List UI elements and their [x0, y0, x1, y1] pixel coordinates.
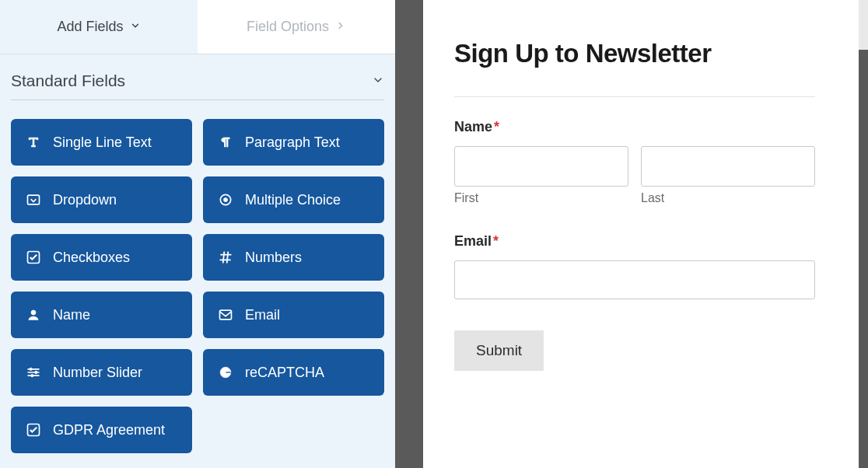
svg-point-6 [30, 368, 32, 370]
field-name[interactable]: Name [11, 292, 192, 338]
fields-grid: Single Line Text Paragraph Text Dropdown… [0, 100, 395, 464]
required-mark: * [493, 233, 499, 249]
field-paragraph-text[interactable]: Paragraph Text [203, 119, 384, 166]
required-mark: * [494, 119, 499, 134]
email-label-text: Email [454, 233, 492, 249]
svg-rect-5 [220, 310, 232, 320]
sidebar: Add Fields Field Options Standard Fields… [0, 0, 395, 468]
field-label: Name [53, 307, 90, 323]
field-label: Multiple Choice [245, 192, 341, 208]
right-edge-strip [859, 0, 868, 50]
field-label: Paragraph Text [245, 134, 340, 151]
hash-icon [217, 249, 234, 266]
tab-add-fields-label: Add Fields [57, 19, 123, 35]
form-title: Sign Up to Newsletter [454, 39, 815, 68]
field-label: Number Slider [53, 365, 142, 381]
name-label: Name* [454, 119, 815, 135]
field-dropdown[interactable]: Dropdown [11, 176, 192, 223]
paragraph-icon [217, 134, 234, 151]
svg-point-8 [31, 375, 33, 377]
dropdown-icon [25, 191, 42, 208]
email-input[interactable] [454, 260, 815, 299]
divider [454, 96, 815, 97]
field-number-slider[interactable]: Number Slider [11, 349, 192, 396]
svg-point-2 [224, 198, 228, 202]
field-label: Numbers [245, 250, 302, 266]
first-name-input[interactable] [454, 146, 628, 187]
sliders-icon [25, 364, 42, 381]
field-email[interactable]: Email [203, 292, 384, 338]
field-label: Dropdown [53, 192, 117, 208]
svg-point-4 [31, 310, 36, 315]
section-header-standard-fields[interactable]: Standard Fields [0, 54, 395, 100]
field-label: GDPR Agreement [53, 422, 165, 438]
google-icon [217, 364, 234, 381]
user-icon [25, 306, 42, 323]
text-icon [25, 134, 42, 151]
field-recaptcha[interactable]: reCAPTCHA [203, 349, 384, 396]
tab-field-options-label: Field Options [247, 19, 329, 35]
field-label: Email [245, 307, 280, 323]
last-name-input[interactable] [641, 146, 815, 187]
first-sublabel: First [454, 191, 628, 205]
field-label: Single Line Text [53, 134, 152, 151]
email-label: Email* [454, 233, 815, 250]
chevron-down-icon [130, 19, 141, 35]
checkbox-icon [25, 249, 42, 266]
tab-field-options[interactable]: Field Options [198, 0, 395, 54]
chevron-right-icon [335, 19, 346, 35]
field-gdpr[interactable]: GDPR Agreement [11, 407, 192, 453]
last-sublabel: Last [641, 191, 815, 205]
radio-icon [217, 191, 234, 208]
field-single-line-text[interactable]: Single Line Text [11, 119, 192, 166]
submit-button[interactable]: Submit [454, 330, 544, 371]
name-label-text: Name [454, 119, 492, 134]
envelope-icon [217, 306, 234, 323]
tabs-row: Add Fields Field Options [0, 0, 395, 54]
chevron-down-icon [372, 72, 384, 90]
form-preview: Sign Up to Newsletter Name* First Last E… [423, 0, 859, 468]
field-numbers[interactable]: Numbers [203, 234, 384, 281]
name-sublabels: First Last [454, 191, 815, 205]
svg-point-7 [35, 371, 37, 373]
checkbox-icon [25, 421, 42, 438]
tab-add-fields[interactable]: Add Fields [0, 0, 198, 54]
section-title: Standard Fields [11, 72, 125, 90]
field-label: reCAPTCHA [245, 365, 324, 381]
field-multiple-choice[interactable]: Multiple Choice [203, 176, 384, 223]
name-row [454, 146, 815, 187]
field-label: Checkboxes [53, 250, 130, 266]
svg-rect-0 [28, 195, 40, 204]
field-checkboxes[interactable]: Checkboxes [11, 234, 192, 281]
